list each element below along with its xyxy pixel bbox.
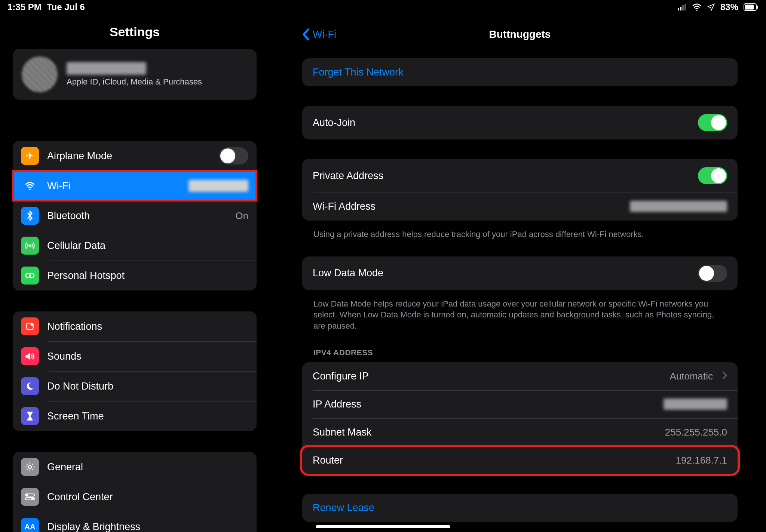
ip-address-value: █████████ — [664, 399, 727, 410]
sidebar-item-label: Control Center — [47, 491, 248, 503]
sidebar-item-label: Airplane Mode — [47, 150, 211, 162]
wifi-address-row: Wi-Fi Address ██████████████ — [302, 193, 738, 221]
renew-lease-button[interactable]: Renew Lease — [302, 494, 738, 522]
sidebar-item-notifications[interactable]: Notifications — [13, 311, 257, 341]
autojoin-row: Auto-Join — [302, 106, 738, 139]
antenna-icon — [21, 237, 39, 255]
private-address-note: Using a private address helps reduce tra… — [302, 229, 738, 240]
detail-title: Buttnuggets — [302, 28, 738, 40]
svg-rect-6 — [745, 5, 754, 10]
airplane-icon: ✈︎ — [21, 147, 39, 165]
svg-point-8 — [29, 188, 31, 190]
renew-label: Renew Lease — [313, 502, 727, 514]
svg-point-14 — [28, 465, 31, 468]
sounds-icon — [21, 347, 39, 365]
display-icon: AA — [21, 518, 39, 532]
apple-id-card[interactable]: ██████████ Apple ID, iCloud, Media & Pur… — [13, 49, 257, 100]
status-bar: 1:35 PM Tue Jul 6 83% — [0, 0, 766, 14]
svg-rect-0 — [678, 8, 679, 10]
sidebar-item-sounds[interactable]: Sounds — [13, 341, 257, 371]
sidebar-item-label: Sounds — [47, 351, 248, 362]
chevron-right-icon — [722, 371, 727, 381]
sidebar-item-wifi[interactable]: Wi-Fi ████████ — [13, 171, 257, 201]
signal-icon — [678, 4, 687, 10]
low-data-note: Low Data Mode helps reduce your iPad dat… — [302, 298, 738, 332]
sidebar-item-airplane[interactable]: ✈︎ Airplane Mode — [13, 141, 257, 171]
airplane-toggle[interactable] — [219, 147, 248, 164]
sidebar-item-hotspot[interactable]: Personal Hotspot — [13, 261, 257, 290]
low-data-toggle[interactable] — [698, 265, 727, 282]
autojoin-card: Auto-Join — [302, 106, 738, 139]
router-value: 192.168.7.1 — [676, 455, 727, 466]
page-title: Settings — [13, 25, 257, 39]
status-date: Tue Jul 6 — [47, 2, 85, 12]
private-address-label: Private Address — [313, 170, 692, 182]
private-address-card: Private Address Wi-Fi Address ██████████… — [302, 159, 738, 221]
wifi-icon — [21, 177, 39, 195]
subnet-label: Subnet Mask — [313, 427, 659, 438]
router-label: Router — [313, 455, 670, 466]
sidebar-item-label: Cellular Data — [47, 240, 248, 252]
location-icon — [707, 3, 715, 11]
subnet-value: 255.255.255.0 — [665, 427, 727, 438]
sidebar-item-label: Display & Brightness — [47, 521, 248, 532]
svg-rect-3 — [684, 4, 686, 10]
sidebar-item-screentime[interactable]: Screen Time — [13, 401, 257, 431]
wifi-value: ████████ — [189, 180, 248, 192]
home-indicator[interactable] — [316, 525, 450, 528]
sidebar-item-label: Notifications — [47, 321, 248, 332]
forget-network-button[interactable]: Forget This Network — [302, 58, 738, 86]
sidebar-item-control-center[interactable]: Control Center — [13, 482, 257, 512]
svg-rect-7 — [757, 6, 758, 9]
sidebar-item-label: Screen Time — [47, 410, 248, 422]
back-button[interactable]: Wi-Fi — [302, 28, 336, 41]
configure-ip-row[interactable]: Configure IP Automatic — [302, 362, 738, 390]
sidebar-item-display[interactable]: AA Display & Brightness — [13, 512, 257, 532]
wifi-icon — [692, 3, 702, 11]
bluetooth-value: On — [235, 210, 248, 222]
subnet-mask-row: Subnet Mask 255.255.255.0 — [302, 418, 738, 446]
svg-rect-1 — [680, 7, 681, 10]
sidebar-item-general[interactable]: General — [13, 452, 257, 482]
renew-lease-card: Renew Lease — [302, 494, 738, 522]
sidebar-item-label: Do Not Disturb — [47, 381, 248, 392]
settings-group-connectivity: ✈︎ Airplane Mode Wi-Fi ████████ Bluetoot… — [13, 141, 257, 290]
sidebar-item-dnd[interactable]: Do Not Disturb — [13, 371, 257, 401]
private-address-toggle[interactable] — [698, 167, 727, 184]
ipv4-section-title: IPV4 ADDRESS — [302, 348, 738, 357]
forget-network-card: Forget This Network — [302, 58, 738, 86]
low-data-card: Low Data Mode — [302, 256, 738, 290]
status-right: 83% — [678, 2, 759, 12]
settings-sidebar: Settings ██████████ Apple ID, iCloud, Me… — [0, 14, 269, 532]
hotspot-icon — [21, 267, 39, 285]
autojoin-toggle[interactable] — [698, 114, 727, 131]
private-address-row: Private Address — [302, 159, 738, 193]
svg-rect-2 — [682, 5, 684, 10]
apple-id-subtitle: Apple ID, iCloud, Media & Purchases — [67, 77, 202, 87]
ip-address-label: IP Address — [313, 399, 658, 410]
sidebar-item-cellular[interactable]: Cellular Data — [13, 231, 257, 261]
wifi-address-value: ██████████████ — [630, 201, 727, 212]
wifi-detail-pane: Wi-Fi Buttnuggets Forget This Network Au… — [269, 14, 766, 532]
configure-ip-value: Automatic — [670, 370, 713, 382]
avatar — [22, 56, 58, 92]
settings-group-notifications: Notifications Sounds Do Not Disturb — [13, 311, 257, 431]
sidebar-item-label: Personal Hotspot — [47, 270, 248, 282]
low-data-row: Low Data Mode — [302, 256, 738, 290]
moon-icon — [21, 377, 39, 395]
hourglass-icon — [21, 407, 39, 425]
sidebar-item-label: Wi-Fi — [47, 180, 180, 192]
svg-point-9 — [29, 245, 31, 246]
wifi-address-label: Wi-Fi Address — [313, 201, 624, 212]
chevron-left-icon — [302, 28, 310, 41]
sidebar-item-bluetooth[interactable]: Bluetooth On — [13, 201, 257, 231]
sidebar-item-label: General — [47, 461, 248, 473]
back-label: Wi-Fi — [313, 29, 336, 40]
sidebar-item-label: Bluetooth — [47, 210, 227, 222]
gear-icon — [21, 458, 39, 476]
battery-icon — [744, 3, 759, 11]
svg-point-16 — [27, 494, 28, 496]
forget-label: Forget This Network — [313, 67, 727, 78]
switches-icon — [21, 488, 39, 506]
ip-address-row: IP Address █████████ — [302, 390, 738, 418]
